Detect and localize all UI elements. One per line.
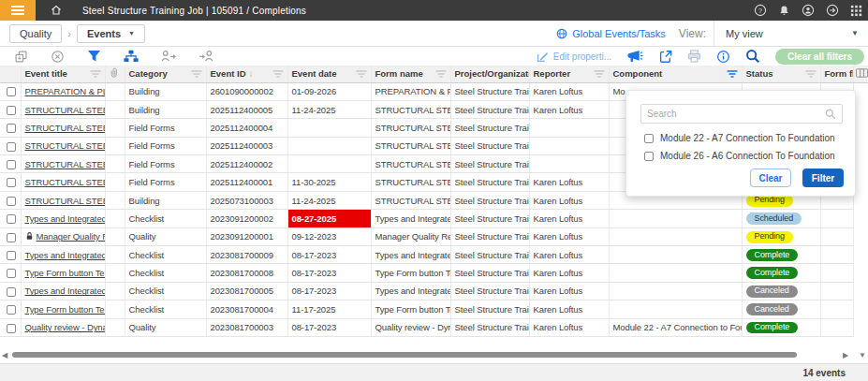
breadcrumb[interactable]: Steel Structure Training Job | 105091 / … — [82, 6, 306, 16]
row-checkbox[interactable] — [7, 124, 16, 133]
breadcrumb-quality[interactable]: Quality — [9, 24, 62, 43]
menu-icon[interactable] — [0, 0, 36, 21]
announce-button[interactable] — [626, 50, 643, 64]
export-button[interactable] — [658, 50, 672, 64]
scroll-left-arrow[interactable]: ◀ — [2, 350, 7, 360]
table-row: Quality review - Dyna...Quality202308170… — [0, 318, 868, 336]
column-filter-icon[interactable] — [435, 70, 447, 78]
popup-filter-button[interactable]: Filter — [802, 169, 844, 187]
row-checkbox[interactable] — [7, 106, 16, 115]
col-attachment[interactable] — [105, 66, 125, 82]
row-checkbox[interactable] — [7, 287, 16, 297]
event-date-cell: 11-24-2025 — [287, 191, 371, 209]
global-events-tasks-link[interactable]: Global Events/Tasks — [556, 28, 666, 39]
select-all-cell[interactable] — [0, 66, 21, 82]
scrollbar-thumb[interactable] — [12, 352, 797, 358]
row-checkbox[interactable] — [7, 214, 16, 224]
col-event-title[interactable]: Event title — [21, 66, 105, 82]
col-reporter[interactable]: Reporter — [529, 66, 609, 82]
event-title-link[interactable]: Quality review - Dyna... — [25, 322, 106, 332]
project-cell: Steel Structure Traini... — [450, 300, 529, 318]
status-cell: Canceled — [742, 300, 820, 318]
col-form-name[interactable]: Form name — [371, 66, 450, 82]
col-category[interactable]: Category — [125, 66, 206, 82]
event-date-cell: 09-12-2023 — [287, 227, 371, 245]
tab-events[interactable]: Events▼ — [77, 24, 145, 43]
event-title-link[interactable]: PREPARATION & PLA... — [25, 86, 106, 96]
popup-clear-button[interactable]: Clear — [750, 169, 791, 187]
column-chooser-button[interactable] — [853, 66, 868, 82]
event-title-link[interactable]: STRUCTURAL STEEL ... — [25, 159, 106, 169]
event-title-link[interactable]: Types and Integrated ... — [25, 286, 106, 296]
column-filter-icon[interactable] — [356, 70, 367, 78]
view-select[interactable]: My view ▼ — [714, 21, 868, 46]
event-title-link[interactable]: STRUCTURAL STEEL ... — [25, 196, 106, 206]
popup-search-input[interactable] — [641, 109, 825, 119]
event-title-cell: Types and Integrated ... — [21, 282, 105, 300]
filter-option-2[interactable]: Module 26 - A6 Connection To Foundation — [641, 151, 835, 161]
apps-grid-icon[interactable] — [850, 5, 862, 17]
event-title-link[interactable]: Type Form button Te... — [25, 268, 106, 278]
hierarchy-button[interactable] — [124, 50, 139, 63]
event-title-cell: PREPARATION & PLA... — [21, 82, 105, 100]
corner-cell — [853, 282, 868, 300]
column-filter-icon[interactable] — [90, 70, 101, 78]
column-filter-icon[interactable] — [594, 70, 605, 78]
component-filter-popup: Module 22 - A7 Connection To Foundation … — [625, 90, 856, 197]
row-checkbox[interactable] — [7, 251, 16, 260]
launch-icon[interactable] — [826, 4, 839, 17]
column-filter-icon[interactable] — [191, 70, 202, 78]
event-date-cell: 08-17-2023 — [287, 282, 371, 300]
column-filter-icon[interactable] — [272, 70, 284, 78]
row-checkbox[interactable] — [7, 87, 16, 96]
col-component[interactable]: Component — [609, 66, 742, 82]
col-project[interactable]: Project/Organizati — [450, 66, 529, 82]
search-button[interactable] — [745, 49, 760, 64]
row-checkbox[interactable] — [7, 233, 16, 242]
row-checkbox[interactable] — [7, 178, 16, 187]
col-status[interactable]: Status — [742, 66, 820, 82]
claim-user-button[interactable] — [199, 50, 213, 63]
event-title-link[interactable]: STRUCTURAL STEEL ... — [25, 140, 106, 151]
assign-user-button[interactable] — [161, 50, 176, 63]
copy-events-button[interactable] — [14, 50, 28, 64]
popup-search-box[interactable] — [640, 104, 843, 124]
column-filter-icon[interactable] — [805, 70, 817, 78]
event-id-cell: 2023081700003 — [206, 318, 287, 336]
home-icon[interactable] — [51, 5, 62, 16]
help-icon[interactable]: ? — [754, 4, 767, 17]
event-title-link[interactable]: Types and Integrated ... — [25, 250, 106, 260]
col-event-id[interactable]: Event ID↓ — [206, 66, 287, 82]
filter-option-1-checkbox[interactable] — [644, 134, 654, 143]
edit-properties-button[interactable]: Edit properti... — [537, 51, 611, 63]
row-checkbox[interactable] — [7, 324, 16, 333]
scroll-down-arrow[interactable]: ▼ — [859, 350, 866, 360]
col-form-flow[interactable]: Form flo — [820, 66, 853, 82]
reporter-cell: Karen Loftus — [529, 246, 609, 264]
horizontal-scrollbar[interactable]: ◀ ▶ ▼ — [0, 350, 868, 360]
event-title-link[interactable]: Types and Integrated ... — [25, 213, 106, 224]
column-filter-active-icon[interactable] — [727, 70, 738, 78]
filter-option-1[interactable]: Module 22 - A7 Connection To Foundation — [641, 133, 835, 143]
event-title-link[interactable]: STRUCTURAL STEEL ... — [25, 105, 106, 115]
clear-all-filters-button[interactable]: Clear all filters — [775, 49, 864, 65]
print-button[interactable] — [687, 50, 701, 63]
col-event-date[interactable]: Event date — [287, 66, 371, 82]
event-title-link[interactable]: Manager Quality R... — [37, 231, 106, 242]
event-title-link[interactable]: STRUCTURAL STEEL ... — [25, 123, 106, 133]
row-checkbox[interactable] — [7, 142, 16, 152]
row-checkbox[interactable] — [7, 305, 16, 315]
info-button[interactable] — [716, 50, 730, 64]
filter-option-2-checkbox[interactable] — [644, 152, 654, 161]
cancel-event-button[interactable] — [51, 50, 65, 64]
row-checkbox[interactable] — [7, 197, 16, 206]
event-title-link[interactable]: Type Form button Te... — [25, 304, 106, 315]
scroll-right-arrow[interactable]: ▶ — [843, 350, 848, 360]
row-checkbox[interactable] — [7, 269, 16, 278]
row-checkbox[interactable] — [7, 160, 16, 169]
event-title-link[interactable]: STRUCTURAL STEEL ... — [25, 177, 106, 187]
notifications-icon[interactable] — [778, 5, 790, 17]
filter-button[interactable] — [87, 50, 101, 63]
row-select-cell — [0, 300, 21, 318]
user-icon[interactable] — [802, 4, 815, 17]
